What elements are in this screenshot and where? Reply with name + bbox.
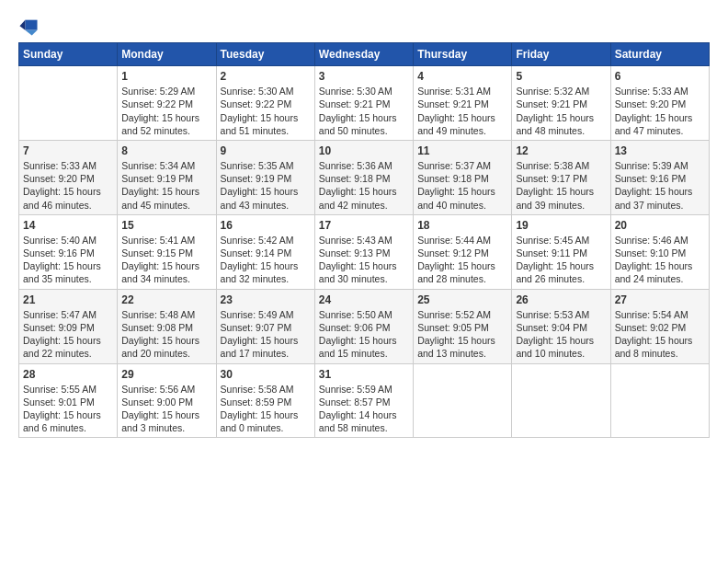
cell-line: and 49 minutes.	[417, 124, 507, 137]
svg-marker-2	[19, 20, 25, 30]
cell-line: Sunset: 9:09 PM	[23, 321, 113, 334]
cell-line: Sunset: 9:05 PM	[417, 321, 507, 334]
cell-line: and 48 minutes.	[516, 124, 606, 137]
header-cell-monday: Monday	[118, 43, 216, 66]
cell-line: and 22 minutes.	[23, 347, 113, 360]
cell-line: Sunrise: 5:50 AM	[319, 308, 409, 321]
cell-line: Sunset: 9:16 PM	[615, 172, 705, 185]
cell-line: Sunrise: 5:53 AM	[516, 308, 606, 321]
day-number: 7	[23, 144, 113, 158]
cell-line: Sunset: 9:13 PM	[319, 247, 409, 259]
cell-line: Sunrise: 5:48 AM	[121, 308, 211, 321]
cell-line: Sunrise: 5:45 AM	[516, 234, 606, 247]
cell-line: and 8 minutes.	[615, 347, 705, 360]
cell-line: and 45 minutes.	[121, 199, 211, 212]
cell-line: Sunset: 9:12 PM	[417, 247, 507, 259]
day-number: 18	[417, 218, 507, 233]
cell-line: and 30 minutes.	[319, 272, 409, 285]
day-number: 23	[221, 293, 311, 307]
week-row-3: 14Sunrise: 5:40 AMSunset: 9:16 PMDayligh…	[19, 214, 710, 289]
day-number: 24	[319, 293, 409, 307]
calendar-cell	[512, 363, 610, 438]
cell-line: and 46 minutes.	[23, 199, 113, 212]
cell-line: Daylight: 14 hours	[319, 408, 409, 421]
cell-line: Sunrise: 5:33 AM	[615, 85, 705, 98]
cell-line: Sunset: 9:20 PM	[23, 172, 113, 185]
cell-line: Sunset: 9:18 PM	[417, 172, 507, 185]
day-number: 12	[516, 144, 606, 158]
cell-line: Sunrise: 5:49 AM	[221, 308, 311, 321]
cell-line: Sunrise: 5:43 AM	[319, 234, 409, 247]
cell-line: and 6 minutes.	[23, 421, 113, 434]
cell-line: and 34 minutes.	[121, 272, 211, 285]
cell-line: Daylight: 15 hours	[417, 185, 507, 198]
header-row: SundayMondayTuesdayWednesdayThursdayFrid…	[19, 43, 710, 66]
calendar-cell: 13Sunrise: 5:39 AMSunset: 9:16 PMDayligh…	[610, 140, 709, 214]
cell-line: Daylight: 15 hours	[121, 408, 211, 421]
cell-line: Sunset: 9:22 PM	[121, 98, 211, 110]
calendar-cell: 10Sunrise: 5:36 AMSunset: 9:18 PMDayligh…	[314, 140, 413, 214]
cell-line: Sunset: 9:11 PM	[516, 247, 606, 259]
cell-line: and 26 minutes.	[516, 272, 606, 285]
cell-line: Sunset: 9:08 PM	[121, 321, 211, 334]
cell-line: Sunrise: 5:30 AM	[221, 85, 311, 98]
header-cell-sunday: Sunday	[19, 43, 118, 66]
calendar-cell: 27Sunrise: 5:54 AMSunset: 9:02 PMDayligh…	[610, 289, 709, 363]
calendar-cell: 11Sunrise: 5:37 AMSunset: 9:18 PMDayligh…	[414, 140, 512, 214]
cell-line: Sunrise: 5:31 AM	[417, 85, 507, 98]
cell-line: Daylight: 15 hours	[615, 185, 705, 198]
day-number: 25	[417, 293, 507, 307]
calendar-cell	[414, 363, 512, 438]
cell-line: Daylight: 15 hours	[121, 185, 211, 198]
cell-line: and 13 minutes.	[417, 347, 507, 360]
cell-line: Daylight: 15 hours	[23, 259, 113, 272]
cell-line: Sunrise: 5:29 AM	[121, 85, 211, 98]
cell-line: Sunset: 8:57 PM	[319, 396, 409, 408]
day-number: 6	[615, 69, 705, 84]
cell-line: Sunrise: 5:56 AM	[121, 383, 211, 396]
day-number: 3	[319, 69, 409, 84]
cell-line: Sunrise: 5:46 AM	[615, 234, 705, 247]
day-number: 27	[615, 293, 705, 307]
cell-line: Sunset: 9:21 PM	[516, 98, 606, 110]
calendar-cell: 29Sunrise: 5:56 AMSunset: 9:00 PMDayligh…	[118, 363, 216, 438]
cell-line: and 37 minutes.	[615, 199, 705, 212]
calendar-cell: 22Sunrise: 5:48 AMSunset: 9:08 PMDayligh…	[118, 289, 216, 363]
calendar-cell: 17Sunrise: 5:43 AMSunset: 9:13 PMDayligh…	[314, 214, 413, 289]
cell-line: Sunrise: 5:38 AM	[516, 159, 606, 172]
cell-line: and 0 minutes.	[221, 421, 311, 434]
week-row-4: 21Sunrise: 5:47 AMSunset: 9:09 PMDayligh…	[19, 289, 710, 363]
cell-line: Sunset: 9:00 PM	[121, 396, 211, 408]
cell-line: Sunrise: 5:44 AM	[417, 234, 507, 247]
day-number: 19	[516, 218, 606, 233]
cell-line: Daylight: 15 hours	[615, 111, 705, 124]
calendar-cell: 2Sunrise: 5:30 AMSunset: 9:22 PMDaylight…	[216, 66, 314, 141]
calendar-cell: 15Sunrise: 5:41 AMSunset: 9:15 PMDayligh…	[118, 214, 216, 289]
cell-line: and 58 minutes.	[319, 421, 409, 434]
cell-line: Daylight: 15 hours	[121, 334, 211, 347]
cell-line: Daylight: 15 hours	[221, 185, 311, 198]
cell-line: Daylight: 15 hours	[23, 185, 113, 198]
cell-line: Sunrise: 5:32 AM	[516, 85, 606, 98]
day-number: 14	[23, 218, 113, 233]
cell-line: Daylight: 15 hours	[417, 259, 507, 272]
calendar-cell: 23Sunrise: 5:49 AMSunset: 9:07 PMDayligh…	[216, 289, 314, 363]
day-number: 10	[319, 144, 409, 158]
cell-line: Sunset: 9:06 PM	[319, 321, 409, 334]
cell-line: Daylight: 15 hours	[516, 185, 606, 198]
calendar-cell: 19Sunrise: 5:45 AMSunset: 9:11 PMDayligh…	[512, 214, 610, 289]
cell-line: and 42 minutes.	[319, 199, 409, 212]
cell-line: Sunset: 9:01 PM	[23, 396, 113, 408]
cell-line: Sunset: 9:20 PM	[615, 98, 705, 110]
calendar-cell: 9Sunrise: 5:35 AMSunset: 9:19 PMDaylight…	[216, 140, 314, 214]
cell-line: Sunset: 9:16 PM	[23, 247, 113, 259]
cell-line: Sunrise: 5:42 AM	[221, 234, 311, 247]
day-number: 31	[319, 367, 409, 382]
cell-line: Sunrise: 5:36 AM	[319, 159, 409, 172]
cell-line: Daylight: 15 hours	[319, 111, 409, 124]
svg-marker-0	[25, 20, 37, 30]
day-number: 8	[121, 144, 211, 158]
calendar-cell: 18Sunrise: 5:44 AMSunset: 9:12 PMDayligh…	[414, 214, 512, 289]
calendar-cell: 3Sunrise: 5:30 AMSunset: 9:21 PMDaylight…	[314, 66, 413, 141]
calendar-cell: 8Sunrise: 5:34 AMSunset: 9:19 PMDaylight…	[118, 140, 216, 214]
